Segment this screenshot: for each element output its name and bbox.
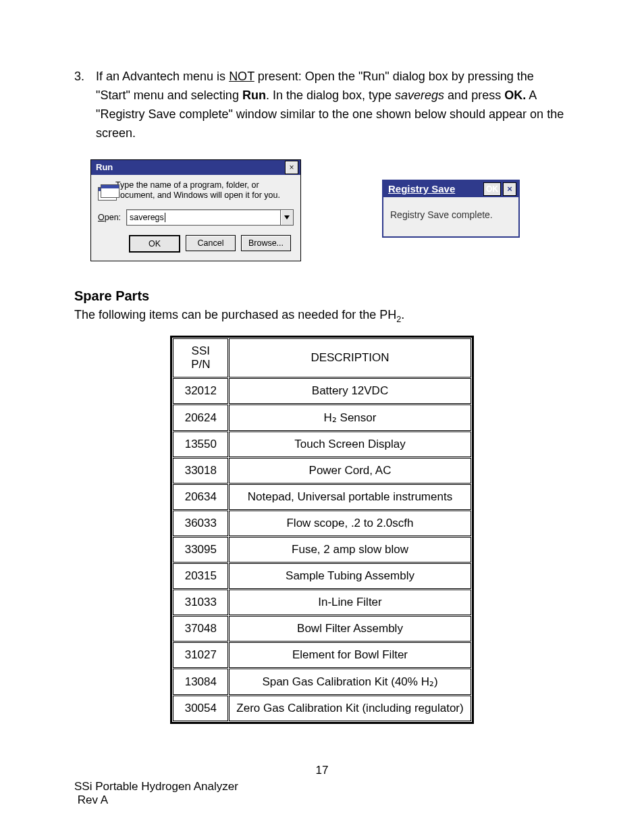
spare-parts-intro: The following items can be purchased as … bbox=[74, 308, 570, 324]
table-row: 20624H₂ Sensor bbox=[173, 405, 471, 431]
open-combobox[interactable]: saveregs bbox=[126, 209, 294, 226]
text-caret bbox=[165, 213, 165, 222]
part-number: 20315 bbox=[173, 563, 228, 589]
part-number: 33095 bbox=[173, 537, 228, 563]
table-row: 13550Touch Screen Display bbox=[173, 432, 471, 457]
table-row: 13084Span Gas Calibration Kit (40% H₂) bbox=[173, 669, 471, 695]
step-text: If an Advantech menu is NOT present: Ope… bbox=[96, 68, 570, 143]
emphasis-not: NOT bbox=[229, 70, 254, 83]
page-number: 17 bbox=[74, 764, 570, 777]
table-row: 33095Fuse, 2 amp slow blow bbox=[173, 537, 471, 563]
run-dialog-titlebar: Run × bbox=[91, 160, 300, 175]
open-label: Open: bbox=[98, 213, 121, 222]
cancel-button[interactable]: Cancel bbox=[186, 235, 236, 251]
part-number: 31027 bbox=[173, 642, 228, 668]
run-dialog: Run × Type the name of a program, folder… bbox=[90, 159, 301, 261]
command-text: saveregs bbox=[395, 88, 444, 102]
table-row: 31033In-Line Filter bbox=[173, 590, 471, 615]
table-header-row: SSI P/N DESCRIPTION bbox=[173, 338, 471, 377]
table-row: 36033Flow scope, .2 to 2.0scfh bbox=[173, 511, 471, 536]
ok-button[interactable]: OK bbox=[129, 235, 180, 253]
run-dialog-title: Run bbox=[93, 162, 113, 172]
header-ssi-pn: SSI P/N bbox=[173, 338, 228, 377]
registry-save-dialog: Registry Save OK × Registry Save complet… bbox=[382, 180, 520, 238]
part-description: Element for Bowl Filter bbox=[229, 642, 471, 668]
browse-button[interactable]: Browse... bbox=[241, 235, 291, 251]
run-dialog-message: Type the name of a program, folder, or d… bbox=[115, 180, 294, 201]
part-description: Touch Screen Display bbox=[229, 432, 471, 457]
part-description: Power Cord, AC bbox=[229, 458, 471, 484]
table-row: 20315Sample Tubing Assembly bbox=[173, 563, 471, 589]
part-description: In-Line Filter bbox=[229, 590, 471, 615]
titlebar-ok-button[interactable]: OK bbox=[483, 182, 501, 196]
spare-parts-heading: Spare Parts bbox=[74, 288, 570, 304]
registry-dialog-message: Registry Save complete. bbox=[383, 197, 518, 236]
run-program-icon bbox=[98, 184, 109, 199]
registry-dialog-title: Registry Save bbox=[385, 183, 455, 194]
close-icon[interactable]: × bbox=[285, 161, 298, 174]
part-description: Flow scope, .2 to 2.0scfh bbox=[229, 511, 471, 536]
part-number: 37048 bbox=[173, 616, 228, 642]
part-number: 20624 bbox=[173, 405, 228, 431]
part-number: 32012 bbox=[173, 378, 228, 404]
part-number: 36033 bbox=[173, 511, 228, 536]
table-row: 32012Battery 12VDC bbox=[173, 378, 471, 404]
page-footer: 17 SSi Portable Hydrogen Analyzer Rev A bbox=[74, 764, 570, 807]
instruction-step: 3. If an Advantech menu is NOT present: … bbox=[74, 68, 570, 143]
emphasis-run: Run bbox=[242, 88, 266, 102]
chevron-down-icon bbox=[284, 215, 290, 219]
table-row: 20634Notepad, Universal portable instrum… bbox=[173, 484, 471, 510]
part-description: Span Gas Calibration Kit (40% H₂) bbox=[229, 669, 471, 695]
part-description: Sample Tubing Assembly bbox=[229, 563, 471, 589]
table-row: 31027Element for Bowl Filter bbox=[173, 642, 471, 668]
step-number: 3. bbox=[74, 68, 86, 143]
combobox-dropdown-button[interactable] bbox=[280, 210, 293, 225]
footer-line1: SSi Portable Hydrogen Analyzer bbox=[74, 780, 570, 793]
table-row: 37048Bowl Filter Assembly bbox=[173, 616, 471, 642]
table-row: 33018Power Cord, AC bbox=[173, 458, 471, 484]
part-description: Notepad, Universal portable instruments bbox=[229, 484, 471, 510]
registry-dialog-titlebar: Registry Save OK × bbox=[383, 181, 518, 197]
close-icon[interactable]: × bbox=[503, 182, 516, 196]
part-description: Bowl Filter Assembly bbox=[229, 616, 471, 642]
part-number: 30054 bbox=[173, 696, 228, 721]
table-row: 30054Zero Gas Calibration Kit (including… bbox=[173, 696, 471, 721]
part-description: Battery 12VDC bbox=[229, 378, 471, 404]
part-number: 31033 bbox=[173, 590, 228, 615]
part-number: 20634 bbox=[173, 484, 228, 510]
part-description: Zero Gas Calibration Kit (including regu… bbox=[229, 696, 471, 721]
part-description: H₂ Sensor bbox=[229, 405, 471, 431]
open-field-value: saveregs bbox=[130, 213, 164, 222]
emphasis-ok: OK. bbox=[504, 88, 526, 102]
part-number: 13084 bbox=[173, 669, 228, 695]
header-description: DESCRIPTION bbox=[229, 338, 471, 377]
footer-line2: Rev A bbox=[74, 793, 570, 807]
part-number: 13550 bbox=[173, 432, 228, 457]
part-description: Fuse, 2 amp slow blow bbox=[229, 537, 471, 563]
spare-parts-table: SSI P/N DESCRIPTION 32012Battery 12VDC20… bbox=[170, 336, 473, 724]
part-number: 33018 bbox=[173, 458, 228, 484]
